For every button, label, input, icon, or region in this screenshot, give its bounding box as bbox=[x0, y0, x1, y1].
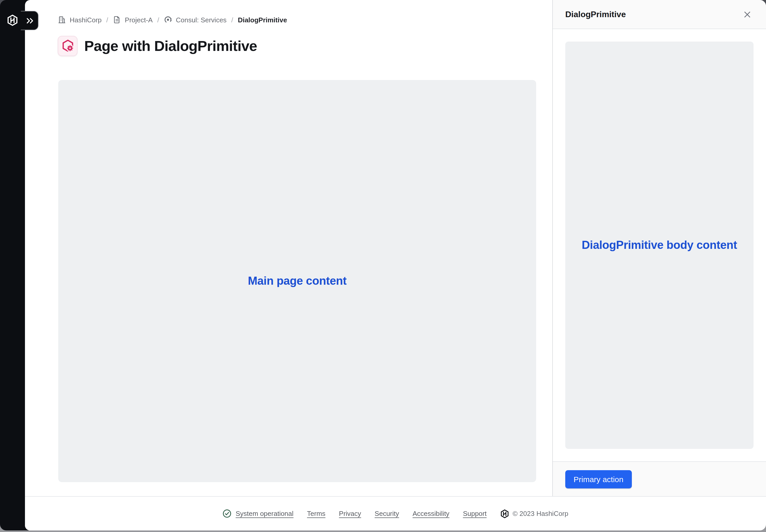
footer-link-security[interactable]: Security bbox=[375, 510, 399, 517]
footer-link-terms[interactable]: Terms bbox=[307, 510, 326, 517]
dialog-placeholder-text: DialogPrimitive body content bbox=[582, 236, 737, 254]
page-header: Page with DialogPrimitive bbox=[58, 36, 257, 56]
main-page: HashiCorp / Project-A bbox=[25, 0, 552, 496]
breadcrumb-label: Consul: Services bbox=[176, 16, 227, 24]
footer-link-privacy[interactable]: Privacy bbox=[339, 510, 361, 517]
dialog-header: DialogPrimitive bbox=[553, 0, 766, 29]
footer-link-accessibility[interactable]: Accessibility bbox=[413, 510, 450, 517]
breadcrumb-separator: / bbox=[106, 16, 108, 24]
breadcrumb-item-project[interactable]: Project-A bbox=[113, 16, 152, 24]
primary-action-button[interactable]: Primary action bbox=[565, 470, 632, 488]
app-frame: HashiCorp / Project-A bbox=[25, 0, 766, 530]
breadcrumb-item-consul-services[interactable]: Consul: Services bbox=[164, 16, 227, 24]
breadcrumb-separator: / bbox=[231, 16, 233, 24]
double-chevron-right-icon bbox=[26, 17, 34, 24]
document-icon bbox=[113, 16, 121, 24]
dialog-footer: Primary action bbox=[553, 461, 766, 496]
breadcrumb-item-current: DialogPrimitive bbox=[238, 16, 287, 24]
hashicorp-logo-icon bbox=[500, 509, 509, 518]
content-row: HashiCorp / Project-A bbox=[25, 0, 766, 496]
consul-icon bbox=[164, 16, 172, 24]
dialog-primitive-panel: DialogPrimitive DialogPrimitive body con… bbox=[552, 0, 766, 496]
system-status: System operational bbox=[223, 509, 294, 518]
breadcrumb-label: DialogPrimitive bbox=[238, 16, 287, 24]
breadcrumb-item-hashicorp[interactable]: HashiCorp bbox=[58, 16, 102, 24]
hexagon-gear-icon bbox=[61, 39, 75, 53]
dialog-title: DialogPrimitive bbox=[565, 10, 626, 19]
breadcrumb-label: HashiCorp bbox=[70, 16, 102, 24]
dialog-body: DialogPrimitive body content bbox=[553, 29, 766, 461]
main-content-placeholder: Main page content bbox=[58, 80, 536, 482]
breadcrumb-separator: / bbox=[157, 16, 159, 24]
check-circle-icon bbox=[223, 509, 232, 518]
page-title-tile bbox=[58, 36, 77, 56]
app-stage: HashiCorp / Project-A bbox=[0, 0, 766, 532]
footer-brand: © 2023 HashiCorp bbox=[500, 509, 568, 518]
footer-link-support[interactable]: Support bbox=[463, 510, 486, 517]
dialog-body-placeholder: DialogPrimitive body content bbox=[565, 42, 754, 449]
status-link[interactable]: System operational bbox=[236, 510, 294, 517]
breadcrumb: HashiCorp / Project-A bbox=[58, 16, 287, 24]
sidenav-collapsed bbox=[0, 0, 25, 530]
breadcrumb-label: Project-A bbox=[125, 16, 152, 24]
org-building-icon bbox=[58, 16, 66, 24]
copyright-text: © 2023 HashiCorp bbox=[512, 510, 568, 517]
close-icon[interactable] bbox=[741, 8, 754, 21]
app-footer: System operational Terms Privacy Securit… bbox=[25, 496, 766, 530]
main-placeholder-text: Main page content bbox=[248, 274, 346, 288]
sidenav-expand-button[interactable] bbox=[21, 11, 38, 30]
app-window: HashiCorp / Project-A bbox=[0, 0, 766, 530]
hashicorp-logo-icon[interactable] bbox=[7, 15, 18, 26]
page-title: Page with DialogPrimitive bbox=[84, 38, 257, 54]
